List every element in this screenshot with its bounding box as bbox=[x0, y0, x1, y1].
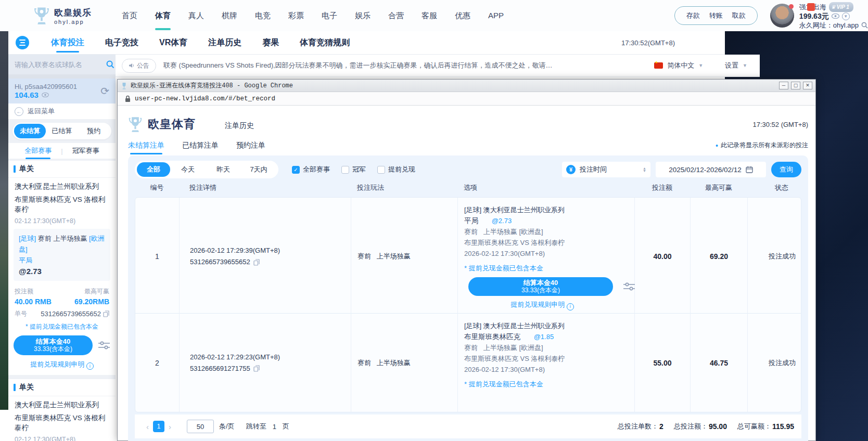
query-button[interactable]: 查询 bbox=[771, 162, 801, 177]
option-time: 2026-02-12 17:30(GMT+8) bbox=[464, 248, 628, 259]
total-win-label: 总可赢额： bbox=[737, 422, 771, 431]
settings-button[interactable]: 设置 bbox=[725, 61, 738, 70]
range-yesterday[interactable]: 昨天 bbox=[206, 162, 241, 177]
search-input[interactable] bbox=[15, 61, 106, 69]
row-bet-detail: 2026-02-12 17:29:39(GMT+8) 5312665739655… bbox=[180, 198, 351, 316]
table-row-1: 1 2026-02-12 17:29:39(GMT+8) 53126657396… bbox=[135, 198, 801, 313]
row-option: [足球] 澳大利亚昆士兰州职业系列 布里斯班奥林匹克 @1.85 赛前 上半场独… bbox=[458, 314, 635, 412]
menu-burger-icon[interactable] bbox=[16, 36, 29, 49]
balance-dropdown-icon[interactable]: ▼ bbox=[842, 12, 850, 20]
top-nav-promo[interactable]: 优惠 bbox=[454, 8, 471, 24]
tab-champion-events[interactable]: 冠军赛事 bbox=[70, 142, 101, 159]
url-bar[interactable]: user-pc-new.lvjida8.com/#/bet_record bbox=[118, 92, 815, 106]
current-page[interactable]: 1 bbox=[153, 421, 164, 432]
col-option: 选项 bbox=[457, 183, 634, 192]
top-nav-service[interactable]: 客服 bbox=[420, 8, 438, 24]
withdraw-button[interactable]: 取款 bbox=[732, 11, 746, 20]
slider-settings-icon[interactable] bbox=[98, 341, 110, 350]
card-teams: 布里斯班奥林匹克 VS 洛根利泰柠 bbox=[8, 191, 116, 214]
window-title: 欧皇娱乐-亚洲在线体育竞猜投注408 - Google Chrome bbox=[131, 81, 293, 90]
language-chevron-icon[interactable]: ▼ bbox=[698, 63, 703, 68]
tab-reserved-bets[interactable]: 预约注单 bbox=[236, 141, 265, 154]
sort-select[interactable]: ¥ 投注时间 ▲▼ bbox=[562, 162, 650, 177]
card-selection-box: [足球] 赛前 上半场独赢 [欧洲盘] 平局 @2.73 bbox=[14, 229, 110, 281]
checkbox-champion[interactable]: 冠军 bbox=[341, 165, 366, 174]
slider-settings-icon[interactable] bbox=[622, 282, 636, 291]
back-to-menu[interactable]: ← 返回菜单 bbox=[8, 103, 116, 119]
eye-icon[interactable] bbox=[832, 14, 839, 19]
stake-value: 40.00 RMB bbox=[15, 297, 52, 306]
row-max-win: 69.20 bbox=[691, 198, 748, 316]
subnav-vr-sports[interactable]: VR体育 bbox=[159, 32, 187, 54]
search-site-icon[interactable] bbox=[861, 22, 868, 29]
top-nav-lottery[interactable]: 彩票 bbox=[287, 8, 305, 24]
row-option: [足球] 澳大利亚昆士兰州职业系列 平局 @2.73 赛前 上半场独赢 [欧洲盘… bbox=[458, 198, 635, 316]
speaker-icon bbox=[129, 62, 135, 69]
url-text: user-pc-new.lvjida8.com/#/bet_record bbox=[135, 95, 275, 102]
copy-icon[interactable] bbox=[253, 365, 260, 372]
close-button[interactable]: ✕ bbox=[803, 82, 812, 89]
top-nav-home[interactable]: 首页 bbox=[121, 8, 138, 24]
col-max-win: 最高可赢 bbox=[690, 183, 747, 192]
window-titlebar[interactable]: 欧皇娱乐-亚洲在线体育竞猜投注408 - Google Chrome ─ ▢ ✕ bbox=[118, 80, 815, 92]
segment-reserved[interactable]: 预约 bbox=[78, 124, 110, 138]
floating-red-badge[interactable] bbox=[807, 3, 815, 11]
cashout-rule-link[interactable]: 提前兑现规则申明 i bbox=[464, 299, 620, 310]
option-odds: @2.73 bbox=[492, 217, 512, 225]
settings-chevron-icon[interactable]: ▼ bbox=[743, 63, 747, 68]
card-order-row: 单号 5312665739655652 bbox=[8, 306, 116, 318]
subnav-esports[interactable]: 电子竞技 bbox=[105, 32, 138, 54]
top-nav-live[interactable]: 真人 bbox=[187, 8, 205, 24]
transfer-button[interactable]: 转账 bbox=[709, 11, 723, 20]
background-image-strip-left bbox=[0, 0, 8, 410]
top-nav-esports[interactable]: 电竞 bbox=[254, 8, 272, 24]
refresh-icon[interactable]: ⟳ bbox=[100, 85, 109, 97]
copy-icon[interactable] bbox=[103, 310, 109, 317]
top-nav-partner[interactable]: 合营 bbox=[387, 8, 405, 24]
subnav-rules[interactable]: 体育竞猜规则 bbox=[300, 32, 350, 54]
cashout-button[interactable]: 结算本金40 33.33(含本金) bbox=[468, 277, 613, 296]
language-select[interactable]: 简体中文 bbox=[667, 61, 694, 70]
tab-settled-bets[interactable]: 已结算注单 bbox=[182, 141, 219, 154]
prev-page-icon[interactable]: ‹ bbox=[142, 422, 153, 431]
tab-unsettled-bets[interactable]: 未结算注单 bbox=[128, 141, 164, 154]
top-nav-app[interactable]: APP bbox=[487, 8, 505, 24]
brand-logo[interactable]: 欧皇娱乐 ohyl.app bbox=[33, 6, 92, 25]
subnav-results[interactable]: 赛果 bbox=[262, 32, 279, 54]
minimize-button[interactable]: ─ bbox=[779, 82, 788, 89]
info-icon: i bbox=[86, 362, 94, 370]
row-play-type: 赛前 上半场独赢 bbox=[351, 198, 458, 316]
top-nav-entertainment[interactable]: 娱乐 bbox=[354, 8, 372, 24]
search-icon[interactable] bbox=[106, 60, 114, 69]
brand-name: 欧皇娱乐 bbox=[54, 7, 92, 19]
range-all[interactable]: 全部 bbox=[137, 162, 170, 177]
copy-icon[interactable] bbox=[253, 259, 260, 266]
deposit-button[interactable]: 存款 bbox=[686, 11, 700, 20]
checkbox-all-events[interactable]: ✓ 全部赛事 bbox=[292, 165, 330, 174]
wallet-actions: 存款 转账 取款 bbox=[674, 6, 758, 25]
settlement-segments: 未结算 已结算 预约 bbox=[12, 123, 111, 139]
top-nav-cards[interactable]: 棋牌 bbox=[221, 8, 238, 24]
range-today[interactable]: 今天 bbox=[170, 162, 206, 177]
date-range-input[interactable]: 2025/02/12-2026/02/12 bbox=[656, 162, 766, 177]
segment-unsettled[interactable]: 未结算 bbox=[14, 124, 46, 138]
top-nav-sports[interactable]: 体育 bbox=[154, 8, 172, 24]
avatar[interactable] bbox=[770, 4, 794, 28]
next-page-icon[interactable]: › bbox=[164, 422, 175, 431]
cashout-button[interactable]: 结算本金40 33.33(含本金) bbox=[14, 335, 93, 355]
total-bets-value: 2 bbox=[659, 422, 663, 431]
checkbox-early-cashout[interactable]: 提前兑现 bbox=[377, 165, 415, 174]
window-content: 欧皇体育 注单历史 17:30:52 (GMT+8) 未结算注单 已结算注单 预… bbox=[118, 106, 815, 441]
top-nav-slots[interactable]: 电子 bbox=[321, 8, 338, 24]
tab-all-events[interactable]: 全部赛事 bbox=[22, 142, 54, 159]
range-7days[interactable]: 7天内 bbox=[241, 162, 276, 177]
page-size-input[interactable] bbox=[187, 420, 214, 433]
subnav-bet-history[interactable]: 注单历史 bbox=[208, 32, 241, 54]
cashout-rule-link[interactable]: 提前兑现规则申明 i bbox=[8, 355, 116, 370]
segment-settled[interactable]: 已结算 bbox=[46, 124, 78, 138]
jump-page-value[interactable]: 1 bbox=[273, 423, 276, 431]
announcement-text[interactable]: 联赛 (Speedrunners VS Shots Fired),因部分玩法赛果… bbox=[163, 61, 559, 70]
maximize-button[interactable]: ▢ bbox=[791, 82, 800, 89]
subnav-sports-betting[interactable]: 体育投注 bbox=[51, 32, 84, 54]
eye-icon[interactable] bbox=[42, 93, 49, 97]
